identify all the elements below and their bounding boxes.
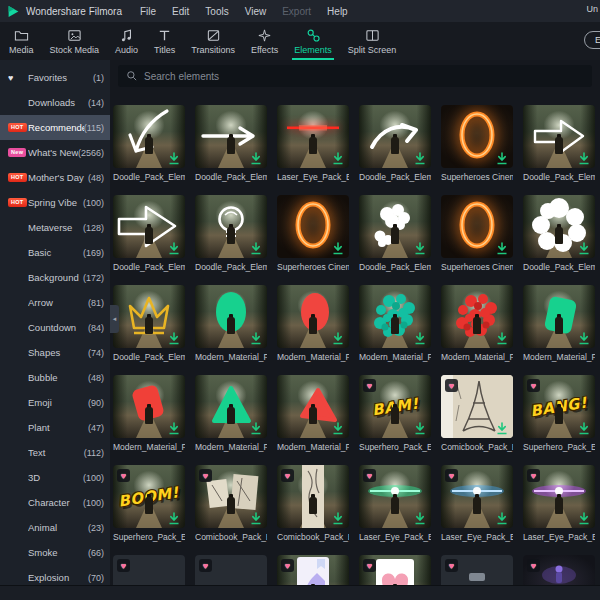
- download-icon[interactable]: [414, 242, 426, 255]
- download-icon[interactable]: [168, 242, 180, 255]
- tab-stock-media[interactable]: Stock Media: [43, 22, 107, 60]
- tile-thumbnail[interactable]: ♥: [359, 555, 431, 585]
- sidebar-item-downloads[interactable]: Downloads (14): [0, 90, 110, 115]
- download-icon[interactable]: [578, 512, 590, 525]
- tab-media[interactable]: Media: [2, 22, 41, 60]
- sidebar-item-spring-vibe[interactable]: HOT Spring Vibe (100): [0, 190, 110, 215]
- grid-tile[interactable]: BANG! ♥ Superhero_Pack_Eleme...: [523, 375, 595, 452]
- download-icon[interactable]: [250, 512, 262, 525]
- tile-thumbnail[interactable]: ♥: [523, 195, 595, 258]
- download-icon[interactable]: [332, 422, 344, 435]
- search-input[interactable]: [144, 71, 584, 82]
- download-icon[interactable]: [414, 422, 426, 435]
- tile-thumbnail[interactable]: ♥: [523, 285, 595, 348]
- grid-tile[interactable]: ♥ Doodle_Pack_Element_3: [359, 105, 431, 182]
- menu-file[interactable]: File: [140, 6, 156, 17]
- tile-thumbnail[interactable]: ♥: [441, 285, 513, 348]
- grid-tile[interactable]: ♥: [195, 555, 267, 585]
- sidebar-item-basic[interactable]: Basic (169): [0, 240, 110, 265]
- grid-tile[interactable]: ♥ Modern_Material_Pack_...: [195, 375, 267, 452]
- grid-tile[interactable]: ♥ Doodle_Pack_Element_7: [359, 195, 431, 272]
- grid-tile[interactable]: ♥: [441, 555, 513, 585]
- download-icon[interactable]: [414, 152, 426, 165]
- sidebar-item-3d[interactable]: 3D (100): [0, 465, 110, 490]
- sidebar-item-recommended[interactable]: HOT Recommended (115): [0, 115, 110, 140]
- grid-tile[interactable]: ♥ Superheroes Cinematic ...: [277, 195, 349, 272]
- tile-thumbnail[interactable]: ♥: [441, 105, 513, 168]
- tile-thumbnail[interactable]: ♥: [195, 555, 267, 585]
- tile-thumbnail[interactable]: ♥: [277, 465, 349, 528]
- tile-thumbnail[interactable]: ♥: [359, 465, 431, 528]
- download-icon[interactable]: [578, 152, 590, 165]
- download-icon[interactable]: [250, 152, 262, 165]
- tile-thumbnail[interactable]: ♥: [523, 465, 595, 528]
- tile-thumbnail[interactable]: ♥: [277, 195, 349, 258]
- grid-tile[interactable]: ♥ Doodle_Pack_Element_4: [113, 105, 185, 182]
- tile-thumbnail[interactable]: ♥: [113, 375, 185, 438]
- download-icon[interactable]: [578, 332, 590, 345]
- tile-thumbnail[interactable]: ♥: [441, 465, 513, 528]
- tab-transitions[interactable]: Transitions: [184, 22, 242, 60]
- download-icon[interactable]: [250, 332, 262, 345]
- sidebar-item-background[interactable]: Background (172): [0, 265, 110, 290]
- tab-audio[interactable]: Audio: [108, 22, 145, 60]
- grid-tile[interactable]: ♥ Doodle_Pack_Element_2: [195, 105, 267, 182]
- tile-thumbnail[interactable]: ♥: [441, 555, 513, 585]
- grid-tile[interactable]: ♥: [113, 555, 185, 585]
- sidebar-item-favorites[interactable]: ♥ Favorites (1): [0, 65, 110, 90]
- tile-thumbnail[interactable]: ♥: [441, 375, 513, 438]
- grid-tile[interactable]: ♥: [359, 555, 431, 585]
- tile-thumbnail[interactable]: ♥: [195, 465, 267, 528]
- export-button[interactable]: Export: [584, 31, 600, 49]
- download-icon[interactable]: [250, 422, 262, 435]
- search-bar[interactable]: [118, 65, 592, 87]
- sidebar-item-what-s-new[interactable]: New What's New (2566): [0, 140, 110, 165]
- download-icon[interactable]: [168, 422, 180, 435]
- grid-tile[interactable]: ♥ Superheroes Cinematic ...: [441, 195, 513, 272]
- tile-thumbnail[interactable]: BANG! ♥: [523, 375, 595, 438]
- sidebar-item-smoke[interactable]: Smoke (66): [0, 540, 110, 565]
- tab-split-screen[interactable]: Split Screen: [341, 22, 404, 60]
- grid-tile[interactable]: ♥ Comicbook_Pack_Eleme...: [441, 375, 513, 452]
- grid-tile[interactable]: ♥ Laser_Eye_Pack_Eleme...: [359, 465, 431, 542]
- download-icon[interactable]: [168, 512, 180, 525]
- menu-edit[interactable]: Edit: [172, 6, 189, 17]
- grid-tile[interactable]: ♥ Modern_Material_Pack_...: [113, 375, 185, 452]
- tile-thumbnail[interactable]: ♥: [277, 285, 349, 348]
- grid-tile[interactable]: ♥ Comicbook_Pack_Eleme...: [195, 465, 267, 542]
- grid-tile[interactable]: ♥ Modern_Material_Pack_...: [441, 285, 513, 362]
- tile-thumbnail[interactable]: ♥: [523, 555, 595, 585]
- sidebar-item-animal[interactable]: Animal (23): [0, 515, 110, 540]
- sidebar-item-shapes[interactable]: Shapes (74): [0, 340, 110, 365]
- menu-help[interactable]: Help: [327, 6, 348, 17]
- sidebar-item-arrow[interactable]: Arrow (81): [0, 290, 110, 315]
- menu-tools[interactable]: Tools: [205, 6, 228, 17]
- tab-elements[interactable]: Elements: [287, 22, 339, 60]
- download-icon[interactable]: [414, 512, 426, 525]
- grid-tile[interactable]: ♥ Doodle_Pack_Element_1: [523, 105, 595, 182]
- tile-thumbnail[interactable]: ♥: [523, 105, 595, 168]
- grid-tile[interactable]: ♥: [277, 555, 349, 585]
- sidebar-item-metaverse[interactable]: Metaverse (128): [0, 215, 110, 240]
- tile-thumbnail[interactable]: BOOM! ♥: [113, 465, 185, 528]
- download-icon[interactable]: [496, 422, 508, 435]
- download-icon[interactable]: [414, 332, 426, 345]
- tab-titles[interactable]: Titles: [147, 22, 182, 60]
- tile-thumbnail[interactable]: ♥: [113, 105, 185, 168]
- tab-effects[interactable]: Effects: [244, 22, 285, 60]
- grid-tile[interactable]: ♥ Laser_Eye_Pack_Eleme...: [441, 465, 513, 542]
- grid-tile[interactable]: ♥ Modern_Material_Pack_...: [277, 285, 349, 362]
- tile-thumbnail[interactable]: BAM! ♥: [359, 375, 431, 438]
- download-icon[interactable]: [168, 332, 180, 345]
- sidebar-item-mother-s-day[interactable]: HOT Mother's Day (48): [0, 165, 110, 190]
- tile-thumbnail[interactable]: ♥: [113, 555, 185, 585]
- grid-tile[interactable]: ♥ Modern_Material_Pack_...: [359, 285, 431, 362]
- grid-tile[interactable]: ♥: [523, 555, 595, 585]
- sidebar-item-character[interactable]: Character (100): [0, 490, 110, 515]
- sidebar-item-plant[interactable]: Plant (47): [0, 415, 110, 440]
- download-icon[interactable]: [168, 152, 180, 165]
- grid-tile[interactable]: ♥ Superheroes Cinematic ...: [441, 105, 513, 182]
- tile-thumbnail[interactable]: ♥: [195, 105, 267, 168]
- sidebar-item-text[interactable]: Text (112): [0, 440, 110, 465]
- download-icon[interactable]: [332, 152, 344, 165]
